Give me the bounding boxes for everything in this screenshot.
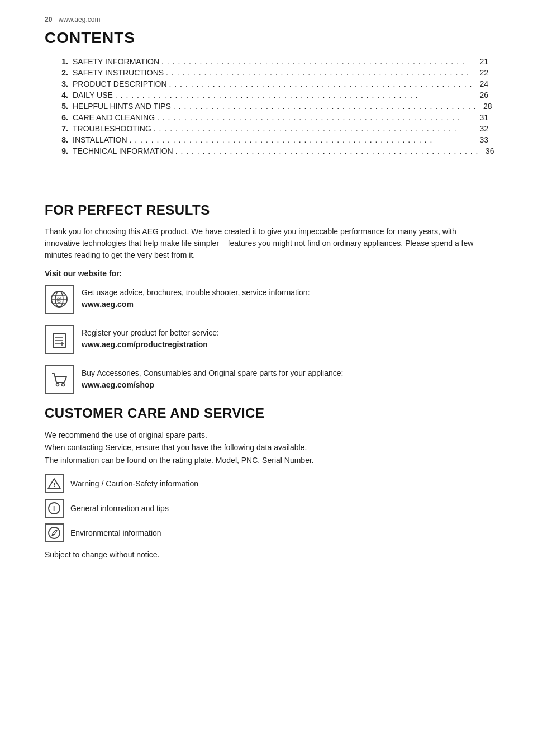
toc-item: 2.SAFETY INSTRUCTIONS . . . . . . . . . … <box>56 68 488 77</box>
toc-number: 4. <box>56 91 68 100</box>
toc-item: 6.CARE AND CLEANING . . . . . . . . . . … <box>56 113 488 122</box>
toc-page: 36 <box>480 147 494 155</box>
toc-dots: . . . . . . . . . . . . . . . . . . . . … <box>169 79 473 88</box>
toc-label: SAFETY INFORMATION <box>73 57 159 66</box>
contents-title: CONTENTS <box>45 29 488 47</box>
symbol-row: Environmental information <box>45 523 488 542</box>
toc-label: TECHNICAL INFORMATION <box>73 147 173 155</box>
symbol-row: ! Warning / Caution-Safety information <box>45 474 488 493</box>
info-icon: i <box>45 499 64 518</box>
icon-description: Buy Accessories, Consumables and Origina… <box>82 365 343 391</box>
perfect-results-title: FOR PERFECT RESULTS <box>45 202 488 218</box>
website-icon-row: Buy Accessories, Consumables and Origina… <box>45 365 488 394</box>
toc-number: 3. <box>56 79 68 88</box>
care-body-line: The information can be found on the rati… <box>45 454 488 466</box>
customer-care-title: CUSTOMER CARE AND SERVICE <box>45 405 488 421</box>
toc-number: 9. <box>56 147 68 155</box>
shop-icon <box>45 365 74 394</box>
toc-page: 26 <box>475 91 488 100</box>
visit-label: Visit our website for: <box>45 269 488 278</box>
toc-page: 21 <box>475 57 488 66</box>
toc-page: 28 <box>479 102 492 111</box>
table-of-contents: 1.SAFETY INFORMATION . . . . . . . . . .… <box>56 57 488 155</box>
toc-dots: . . . . . . . . . . . . . . . . . . . . … <box>173 102 477 111</box>
icon-link: www.aeg.com/shop <box>82 380 154 389</box>
toc-number: 1. <box>56 57 68 66</box>
toc-item: 8.INSTALLATION . . . . . . . . . . . . .… <box>56 135 488 144</box>
svg-point-13 <box>62 384 65 386</box>
toc-label: SAFETY INSTRUCTIONS <box>73 68 164 77</box>
toc-item: 9.TECHNICAL INFORMATION . . . . . . . . … <box>56 147 488 155</box>
icon-line1: Get usage advice, brochures, trouble sho… <box>82 288 310 297</box>
icon-link: www.aeg.com <box>82 300 134 309</box>
svg-text:@: @ <box>56 296 62 303</box>
subject-line: Subject to change without notice. <box>45 550 488 559</box>
perfect-results-body: Thank you for choosing this AEG product.… <box>45 226 488 261</box>
icon-link: www.aeg.com/productregistration <box>82 340 208 349</box>
warning-icon: ! <box>45 474 64 493</box>
toc-dots: . . . . . . . . . . . . . . . . . . . . … <box>166 68 473 77</box>
toc-item: 3.PRODUCT DESCRIPTION . . . . . . . . . … <box>56 79 488 88</box>
header-website: www.aeg.com <box>59 16 101 23</box>
toc-page: 24 <box>475 79 488 88</box>
toc-label: TROUBLESHOOTING <box>73 124 151 133</box>
toc-number: 8. <box>56 135 68 144</box>
toc-dots: . . . . . . . . . . . . . . . . . . . . … <box>130 135 473 144</box>
page-number: 20 <box>45 16 52 23</box>
toc-page: 22 <box>475 68 488 77</box>
toc-number: 6. <box>56 113 68 122</box>
symbol-row: i General information and tips <box>45 499 488 518</box>
page-header: 20 www.aeg.com <box>45 16 488 23</box>
toc-dots: . . . . . . . . . . . . . . . . . . . . … <box>157 113 473 122</box>
symbol-label: Warning / Caution-Safety information <box>70 479 198 488</box>
toc-page: 32 <box>475 124 488 133</box>
toc-label: INSTALLATION <box>73 135 127 144</box>
care-body-line: When contacting Service, ensure that you… <box>45 441 488 453</box>
svg-point-17 <box>49 527 60 538</box>
toc-item: 1.SAFETY INFORMATION . . . . . . . . . .… <box>56 57 488 66</box>
toc-label: CARE AND CLEANING <box>73 113 155 122</box>
symbol-label: Environmental information <box>70 528 161 537</box>
icon-description: Get usage advice, brochures, trouble sho… <box>82 285 310 310</box>
toc-label: PRODUCT DESCRIPTION <box>73 79 167 88</box>
svg-text:i: i <box>53 505 55 513</box>
icon-rows-container: @ Get usage advice, brochures, trouble s… <box>45 285 488 394</box>
icon-line1: Buy Accessories, Consumables and Origina… <box>82 368 343 377</box>
toc-dots: . . . . . . . . . . . . . . . . . . . . … <box>115 91 473 100</box>
toc-label: DAILY USE <box>73 91 113 100</box>
register-icon <box>45 325 74 354</box>
website-icon-row: @ Get usage advice, brochures, trouble s… <box>45 285 488 314</box>
toc-item: 7.TROUBLESHOOTING . . . . . . . . . . . … <box>56 124 488 133</box>
icon-description: Register your product for better service… <box>82 325 219 351</box>
toc-item: 4.DAILY USE . . . . . . . . . . . . . . … <box>56 91 488 100</box>
customer-care-body: We recommend the use of original spare p… <box>45 429 488 466</box>
environmental-icon <box>45 523 64 542</box>
toc-item: 5.HELPFUL HINTS AND TIPS . . . . . . . .… <box>56 102 488 111</box>
toc-number: 2. <box>56 68 68 77</box>
toc-dots: . . . . . . . . . . . . . . . . . . . . … <box>161 57 473 66</box>
care-body-line: We recommend the use of original spare p… <box>45 429 488 441</box>
website-icon-row: Register your product for better service… <box>45 325 488 354</box>
svg-text:!: ! <box>54 481 56 488</box>
toc-page: 33 <box>475 135 488 144</box>
globe-icon: @ <box>45 285 74 314</box>
toc-dots: . . . . . . . . . . . . . . . . . . . . … <box>154 124 473 133</box>
toc-number: 5. <box>56 102 68 111</box>
symbols-container: ! Warning / Caution-Safety information i… <box>45 474 488 542</box>
symbol-label: General information and tips <box>70 504 169 513</box>
svg-point-12 <box>56 384 59 386</box>
icon-line1: Register your product for better service… <box>82 328 219 337</box>
toc-label: HELPFUL HINTS AND TIPS <box>73 102 171 111</box>
toc-dots: . . . . . . . . . . . . . . . . . . . . … <box>175 147 479 155</box>
toc-page: 31 <box>475 113 488 122</box>
toc-number: 7. <box>56 124 68 133</box>
